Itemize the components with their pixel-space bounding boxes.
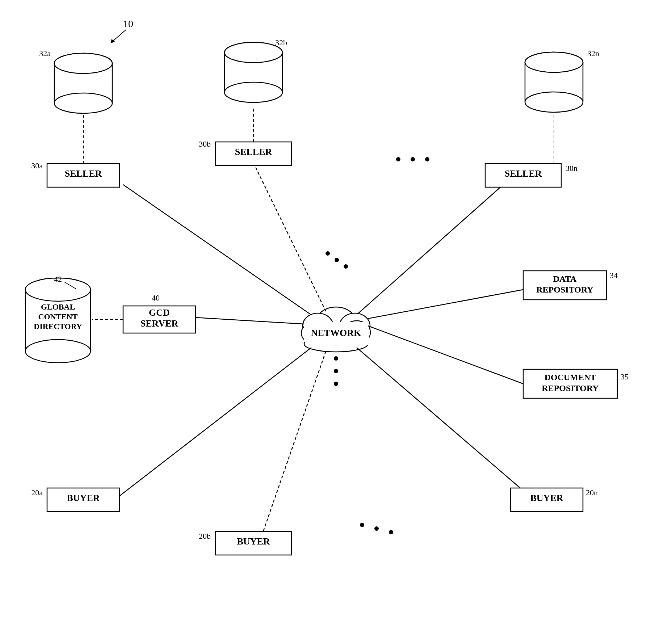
svg-point-55 [25, 340, 91, 363]
svg-point-42 [525, 92, 583, 112]
doc-repo-ref: 35 [621, 372, 629, 381]
seller-b-label: SELLER [235, 147, 272, 157]
svg-line-15 [368, 326, 523, 384]
svg-point-58 [396, 157, 400, 161]
svg-line-0 [112, 30, 126, 42]
seller-n-node: SELLER 30n [485, 164, 578, 187]
db-32b: 32b [224, 38, 287, 102]
db-32a: 32a [39, 49, 112, 113]
doc-repo-label1: DOCUMENT [545, 373, 596, 382]
db-32n: 32n [525, 49, 599, 112]
svg-point-43 [525, 52, 583, 72]
buyer-n-ref: 20n [586, 488, 598, 497]
svg-line-19 [196, 318, 304, 324]
gcd-label3: DIRECTORY [34, 322, 82, 331]
data-repo-label2: REPOSITORY [536, 285, 593, 294]
buyer-a-ref: 20a [31, 488, 43, 497]
seller-b-ref: 30b [199, 139, 211, 148]
diagram-ref-10: 10 [123, 18, 133, 29]
db-32a-ref: 32a [39, 49, 51, 58]
svg-line-14 [368, 290, 523, 319]
svg-line-16 [119, 348, 311, 496]
buyer-a-label: BUYER [67, 493, 100, 503]
seller-b-node: SELLER 30b [199, 139, 291, 165]
seller-n-label: SELLER [505, 168, 542, 179]
buyer-b-label: BUYER [237, 536, 270, 547]
svg-line-18 [357, 348, 529, 495]
svg-point-66 [389, 530, 393, 534]
svg-point-65 [374, 526, 379, 531]
diagram-container: 10 NETWORK SELLER 30a [0, 0, 672, 635]
data-repo-label1: DATA [553, 274, 577, 283]
network-label: NETWORK [311, 328, 361, 338]
gcd-ref: 42 [54, 274, 62, 283]
db-32b-ref: 32b [275, 38, 287, 47]
gcd-label2: CONTENT [38, 312, 78, 321]
network-node: NETWORK [301, 307, 370, 352]
svg-point-62 [334, 369, 338, 373]
data-repo-node: DATA REPOSITORY 34 [523, 271, 618, 300]
doc-repo-node: DOCUMENT REPOSITORY 35 [523, 369, 629, 398]
svg-point-61 [334, 356, 338, 361]
seller-a-node: SELLER 30a [31, 161, 119, 187]
svg-line-12 [253, 163, 326, 311]
svg-point-27 [54, 53, 112, 73]
svg-point-67 [326, 251, 330, 256]
seller-n-ref: 30n [566, 164, 578, 173]
gcd-server-label2: SERVER [140, 318, 178, 329]
global-content-directory: GLOBAL CONTENT DIRECTORY 42 [25, 274, 91, 363]
svg-point-63 [334, 382, 338, 386]
gcd-server-node: GCD SERVER 40 [123, 293, 196, 333]
svg-point-68 [335, 258, 339, 262]
buyer-b-node: BUYER 20b [199, 531, 291, 555]
gcd-server-label1: GCD [149, 307, 170, 318]
svg-line-11 [123, 185, 311, 315]
svg-point-26 [54, 93, 112, 113]
gcd-server-ref: 40 [152, 293, 160, 302]
buyer-n-label: BUYER [530, 493, 563, 503]
svg-point-60 [425, 157, 429, 161]
doc-repo-label2: REPOSITORY [542, 383, 598, 393]
svg-point-69 [344, 264, 348, 269]
seller-a-label: SELLER [65, 168, 102, 179]
buyer-b-ref: 20b [199, 531, 211, 541]
gcd-label1: GLOBAL [41, 302, 75, 311]
svg-point-59 [411, 157, 415, 161]
svg-point-34 [224, 82, 282, 102]
buyer-n-node: BUYER 20n [511, 488, 598, 512]
db-32n-ref: 32n [587, 49, 599, 58]
svg-point-64 [360, 523, 364, 527]
svg-line-13 [358, 185, 503, 313]
data-repo-ref: 34 [610, 271, 618, 280]
svg-point-35 [224, 42, 282, 63]
seller-a-ref: 30a [31, 161, 43, 170]
buyer-a-node: BUYER 20a [31, 488, 119, 512]
